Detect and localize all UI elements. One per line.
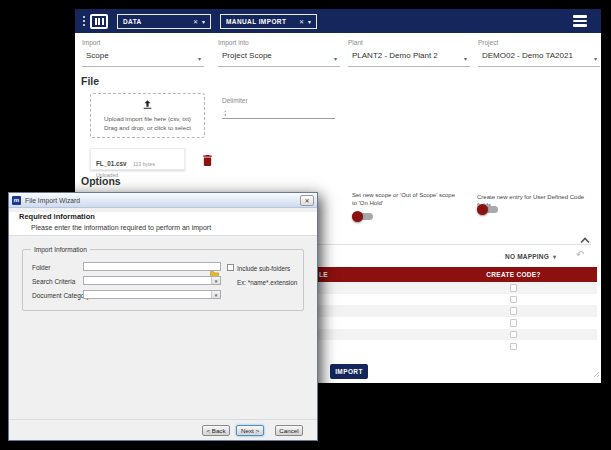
- chevron-down-icon: ▾: [594, 55, 597, 62]
- file-size: 113 bytes: [133, 161, 155, 167]
- close-icon[interactable]: ✕: [299, 18, 304, 25]
- tab-label: MANUAL IMPORT: [226, 18, 286, 25]
- upload-text-line1: Upload import file here (csv, txt): [91, 115, 204, 124]
- delimiter-field[interactable]: Delimiter ;: [222, 97, 335, 119]
- toggle-udc[interactable]: [477, 204, 498, 215]
- upload-text-line2: Drag and drop, or click to select: [91, 124, 204, 133]
- collapse-options-button[interactable]: [580, 230, 590, 248]
- search-criteria-combobox[interactable]: ▾: [83, 276, 221, 285]
- field-value: DEMO02 - Demo TA2021: [478, 51, 600, 60]
- create-code-checkbox[interactable]: [510, 319, 518, 327]
- menu-icon[interactable]: [573, 15, 587, 27]
- wizard-subheading: Please enter the information required to…: [31, 224, 317, 231]
- folder-input[interactable]: [83, 262, 221, 271]
- field-label: Plant: [348, 39, 470, 46]
- file-section-heading: File: [81, 75, 99, 87]
- wizard-heading: Required information: [19, 212, 317, 221]
- file-import-wizard-dialog: m File Import Wizard ✕ Required informat…: [8, 192, 318, 441]
- resize-grip-icon[interactable]: [593, 364, 600, 382]
- create-code-checkbox[interactable]: [510, 307, 518, 315]
- uploaded-file-card: FL_01.csv 113 bytes Uploaded: [90, 148, 185, 170]
- dialog-app-icon: m: [12, 196, 21, 205]
- search-criteria-label: Search Criteria: [32, 278, 75, 285]
- chevron-down-icon[interactable]: ▾: [202, 18, 205, 25]
- app-logo-icon: [90, 14, 108, 29]
- chevron-down-icon[interactable]: ▾: [308, 18, 311, 25]
- chevron-down-icon[interactable]: ▾: [211, 291, 220, 298]
- toggle-on-hold[interactable]: [352, 211, 373, 222]
- undo-mapping-button[interactable]: ↶: [576, 249, 584, 260]
- app-topbar: DATA ✕ ▾ MANUAL IMPORT ✕ ▾: [75, 9, 601, 33]
- chevron-up-icon: [580, 237, 590, 244]
- upload-icon: [141, 98, 154, 111]
- chevron-down-icon: ▾: [464, 55, 467, 62]
- delete-file-button[interactable]: [203, 152, 212, 170]
- field-value: PLANT2 - Demo Plant 2: [348, 51, 470, 60]
- close-icon: ✕: [304, 197, 309, 204]
- field-label: Project: [478, 39, 600, 46]
- dialog-title: File Import Wizard: [25, 197, 80, 204]
- file-name: FL_01.csv: [96, 160, 126, 167]
- select-import[interactable]: Import Scope ▾: [82, 39, 204, 67]
- folder-label: Folder: [32, 264, 50, 271]
- include-subfolders-label: Include sub-folders: [237, 265, 290, 272]
- tab-manual-import[interactable]: MANUAL IMPORT ✕ ▾: [220, 14, 317, 29]
- group-label: Import Information: [31, 246, 90, 253]
- create-code-checkbox[interactable]: [510, 296, 518, 304]
- screen: DATA ✕ ▾ MANUAL IMPORT ✕ ▾ Import Scope …: [0, 0, 611, 450]
- select-import-into[interactable]: Import into Project Scope ▾: [218, 39, 340, 67]
- select-project[interactable]: Project DEMO02 - Demo TA2021 ▾: [478, 39, 600, 67]
- upload-dropzone[interactable]: Upload import file here (csv, txt) Drag …: [90, 93, 205, 138]
- create-code-checkbox[interactable]: [510, 284, 518, 292]
- field-value: Project Scope: [218, 51, 340, 60]
- field-label: Import into: [218, 39, 340, 46]
- chevron-down-icon: ▾: [334, 55, 337, 62]
- trash-icon: [203, 155, 212, 166]
- field-label: Import: [82, 39, 204, 46]
- create-code-checkbox[interactable]: [510, 343, 518, 351]
- toggle-on-hold-label: Set new scope or 'Out of Scope' scope to…: [352, 192, 460, 207]
- chevron-down-icon: ▾: [553, 253, 556, 260]
- field-value: Scope: [82, 51, 204, 60]
- select-plant[interactable]: Plant PLANT2 - Demo Plant 2 ▾: [348, 39, 470, 67]
- wizard-footer: < Back Next > Cancel: [9, 419, 317, 440]
- document-category-combobox[interactable]: ▾: [83, 290, 221, 299]
- dialog-close-button[interactable]: ✕: [300, 195, 314, 206]
- tab-label: DATA: [123, 18, 142, 25]
- options-section-heading: Options: [81, 175, 121, 187]
- create-code-checkbox[interactable]: [510, 331, 518, 339]
- delimiter-label: Delimiter: [222, 97, 335, 104]
- chevron-down-icon[interactable]: ▾: [211, 277, 220, 284]
- back-button[interactable]: < Back: [202, 425, 230, 436]
- close-icon[interactable]: ✕: [193, 18, 198, 25]
- import-button[interactable]: IMPORT: [330, 364, 368, 379]
- import-information-group: Import Information Folder Include sub-fo…: [22, 249, 304, 311]
- mapping-dropdown[interactable]: NO MAPPING ▾: [505, 253, 556, 260]
- next-button[interactable]: Next >: [236, 425, 264, 436]
- mapping-dropdown-label: NO MAPPING: [505, 253, 549, 260]
- column-header-create-code: CREATE CODE?: [430, 271, 597, 278]
- cancel-button[interactable]: Cancel: [275, 425, 303, 436]
- delimiter-value: ;: [222, 108, 335, 117]
- chevron-down-icon: ▾: [198, 55, 201, 62]
- include-subfolders-checkbox[interactable]: [227, 264, 234, 271]
- document-category-label: Document Category: [32, 292, 90, 299]
- wizard-header: Required information Please enter the in…: [9, 212, 317, 236]
- overflow-dots-icon[interactable]: [83, 16, 85, 26]
- tab-data[interactable]: DATA ✕ ▾: [117, 14, 211, 29]
- dialog-titlebar[interactable]: m File Import Wizard ✕: [9, 193, 317, 208]
- search-criteria-hint: Ex: *name*.extension: [237, 279, 297, 286]
